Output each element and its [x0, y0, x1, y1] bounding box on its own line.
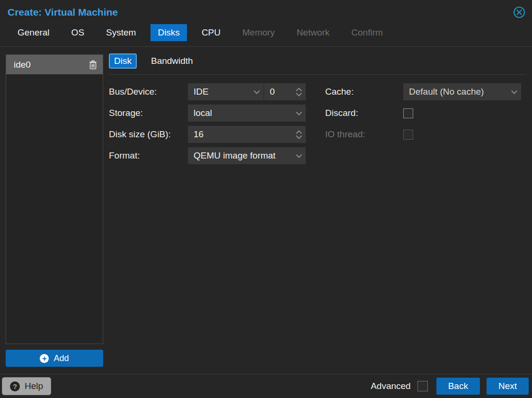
disk-list-item-ide0[interactable]: ide0 [6, 55, 103, 74]
disk-size-spinner[interactable]: 16 [188, 126, 306, 143]
tab-memory: Memory [235, 24, 282, 41]
cache-select[interactable]: Default (No cache) [403, 83, 521, 100]
wizard-tabbar: General OS System Disks CPU Memory Netwo… [0, 21, 532, 46]
disk-form: Bus/Device: IDE 0 Storage: [109, 83, 526, 164]
disk-size-row: Disk size (GiB): 16 [109, 126, 310, 143]
tab-os[interactable]: OS [64, 24, 91, 41]
io-thread-checkbox [403, 130, 413, 140]
back-button[interactable]: Back [436, 378, 480, 395]
tab-general[interactable]: General [10, 24, 57, 41]
cache-row: Cache: Default (No cache) [325, 83, 524, 100]
storage-select[interactable]: local [188, 105, 306, 122]
trash-icon[interactable] [89, 60, 97, 70]
dialog-footer: ? Help Advanced Back Next [0, 374, 532, 398]
tab-network: Network [290, 24, 337, 41]
format-row: Format: QEMU image format [109, 147, 310, 164]
format-select[interactable]: QEMU image format [188, 147, 306, 164]
add-disk-button[interactable]: + Add [6, 350, 103, 367]
tab-cpu[interactable]: CPU [195, 24, 228, 41]
bus-device-label: Bus/Device: [109, 87, 188, 97]
disk-size-value: 16 [194, 129, 204, 140]
bus-number-value: 0 [270, 87, 275, 97]
dialog-title: Create: Virtual Machine [8, 7, 118, 18]
next-button[interactable]: Next [487, 378, 529, 395]
disk-item-label: ide0 [14, 60, 31, 70]
bus-device-select[interactable]: IDE [188, 83, 264, 100]
question-circle-icon: ? [10, 381, 20, 391]
close-icon[interactable] [513, 6, 525, 18]
dialog-titlebar: Create: Virtual Machine [0, 0, 532, 21]
help-button[interactable]: ? Help [2, 377, 51, 395]
disk-size-label: Disk size (GiB): [109, 129, 188, 140]
disk-subtabs: Disk Bandwidth [109, 53, 526, 74]
subtab-divider [109, 74, 526, 75]
cache-value: Default (No cache) [409, 87, 484, 97]
main-area: ide0 + Add Disk Bandwidth [0, 47, 532, 374]
discard-label: Discard: [325, 108, 403, 118]
footer-right-group: Advanced Back Next [371, 378, 529, 395]
spinner-arrows-icon[interactable] [297, 131, 301, 138]
io-thread-label: IO thread: [325, 129, 403, 140]
chevron-down-icon [296, 109, 302, 115]
form-column-right: Cache: Default (No cache) Discard: IO th… [325, 83, 524, 143]
chevron-down-icon [511, 88, 517, 94]
tab-system[interactable]: System [99, 24, 143, 41]
bus-device-value: IDE [194, 87, 209, 97]
advanced-label: Advanced [371, 381, 411, 391]
storage-value: local [194, 108, 212, 118]
bus-device-row: Bus/Device: IDE 0 [109, 83, 310, 100]
format-value: QEMU image format [194, 150, 275, 161]
add-button-label: Add [53, 354, 69, 363]
disk-form-panel: Disk Bandwidth Bus/Device: IDE 0 [103, 47, 532, 374]
discard-checkbox[interactable] [403, 108, 413, 118]
chevron-down-icon [296, 152, 302, 158]
subtab-disk[interactable]: Disk [109, 53, 137, 69]
format-label: Format: [109, 150, 188, 161]
tab-disks[interactable]: Disks [151, 24, 186, 41]
subtab-bandwidth[interactable]: Bandwidth [151, 56, 193, 66]
storage-label: Storage: [109, 108, 188, 118]
io-thread-row: IO thread: [325, 126, 524, 143]
tab-confirm: Confirm [344, 24, 390, 41]
disk-list: ide0 [6, 54, 103, 344]
cache-label: Cache: [325, 87, 403, 97]
discard-row: Discard: [325, 105, 524, 122]
storage-row: Storage: local [109, 105, 310, 122]
disk-list-column: ide0 + Add [0, 47, 103, 374]
form-column-left: Bus/Device: IDE 0 Storage: [109, 83, 310, 164]
plus-circle-icon: + [40, 354, 49, 363]
help-button-label: Help [25, 381, 43, 391]
bus-number-spinner[interactable]: 0 [264, 83, 306, 100]
spinner-arrows-icon[interactable] [297, 88, 301, 96]
chevron-down-icon [254, 88, 260, 94]
advanced-checkbox[interactable] [417, 381, 428, 391]
